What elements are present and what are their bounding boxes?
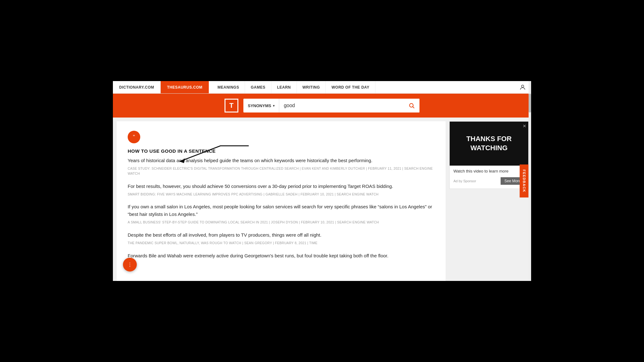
search-type-selector[interactable]: SYNONYMS ▾	[243, 99, 279, 112]
quote-icon: “	[128, 131, 140, 143]
ad-close-button[interactable]: ✕	[523, 123, 526, 129]
citation: THE PANDEMIC SUPER BOWL, NATURALLY, WAS …	[128, 241, 435, 246]
thanks-text: THANKS FOR WATCHING	[466, 134, 512, 152]
nav-word-of-the-day[interactable]: WORD OF THE DAY	[326, 81, 375, 93]
sentence-block: Forwards Bile and Wahab were extremely a…	[128, 252, 435, 260]
sentence-block: Despite the best efforts of all involved…	[128, 231, 435, 246]
nav-meanings[interactable]: MEANINGS	[212, 81, 245, 93]
sentence-block: Years of historical data and analysis he…	[128, 157, 435, 176]
citation: A SMALL BUSINESS' STEP-BY-STEP GUIDE TO …	[128, 220, 435, 225]
section-heading: HOW TO USE GOOD IN A SENTENCE	[128, 148, 435, 154]
ad-description: Watch this video to learn more	[450, 166, 528, 175]
citation: SMART BIDDING: FIVE WAYS MACHINE LEARNIN…	[128, 192, 435, 197]
content-panel: “ HOW TO USE GOOD IN A SENTENCE Years of…	[117, 121, 446, 281]
sentence-text: Despite the best efforts of all involved…	[128, 231, 435, 239]
search-bar: T SYNONYMS ▾	[113, 94, 531, 118]
sentence-text: Forwards Bile and Wahab were extremely a…	[128, 252, 435, 260]
sentence-block: If you own a small salon in Los Angeles,…	[128, 203, 435, 225]
nav-links: MEANINGS GAMES LEARN WRITING WORD OF THE…	[209, 81, 514, 93]
sentence-text: Years of historical data and analysis he…	[128, 157, 435, 164]
nav-thesaurus[interactable]: THESAURUS.COM	[161, 81, 209, 93]
citation: CASE STUDY: SCHNEIDER ELECTRIC'S DIGITAL…	[128, 166, 435, 176]
main-area: “ HOW TO USE GOOD IN A SENTENCE Years of…	[113, 118, 531, 281]
ad-video-area: THANKS FOR WATCHING ✕	[450, 122, 528, 166]
top-nav: DICTIONARY.COM THESAURUS.COM MEANINGS GA…	[113, 81, 531, 94]
ad-footer: Ad by Sponsor See More	[450, 175, 528, 189]
svg-point-0	[521, 85, 524, 87]
logo-icon: T	[225, 99, 238, 112]
search-button[interactable]	[404, 99, 419, 112]
svg-point-1	[409, 103, 413, 107]
feedback-button[interactable]: FEEDBACK	[519, 164, 528, 197]
nav-dictionary[interactable]: DICTIONARY.COM	[113, 81, 161, 93]
sentence-text: For best results, however, you should ac…	[128, 183, 435, 190]
sentence-text: If you own a small salon in Los Angeles,…	[128, 203, 435, 218]
search-container: SYNONYMS ▾	[243, 99, 419, 112]
page-scrollbar[interactable]	[529, 81, 531, 281]
nav-writing[interactable]: WRITING	[297, 81, 326, 93]
nav-games[interactable]: GAMES	[245, 81, 271, 93]
search-input[interactable]	[279, 99, 404, 112]
scrollbar-thumb[interactable]	[529, 94, 531, 112]
sentence-block: For best results, however, you should ac…	[128, 183, 435, 197]
right-sidebar: THANKS FOR WATCHING ✕ Watch this video t…	[449, 118, 531, 281]
chevron-down-icon: ▾	[273, 104, 275, 107]
ad-sponsor-label: Ad by Sponsor	[453, 179, 476, 183]
svg-line-2	[413, 107, 414, 108]
browser-window: DICTIONARY.COM THESAURUS.COM MEANINGS GA…	[113, 81, 531, 281]
ad-box: THANKS FOR WATCHING ✕ Watch this video t…	[449, 121, 529, 189]
floating-menu-button[interactable]: ⋮	[123, 258, 137, 272]
nav-learn[interactable]: LEARN	[271, 81, 297, 93]
